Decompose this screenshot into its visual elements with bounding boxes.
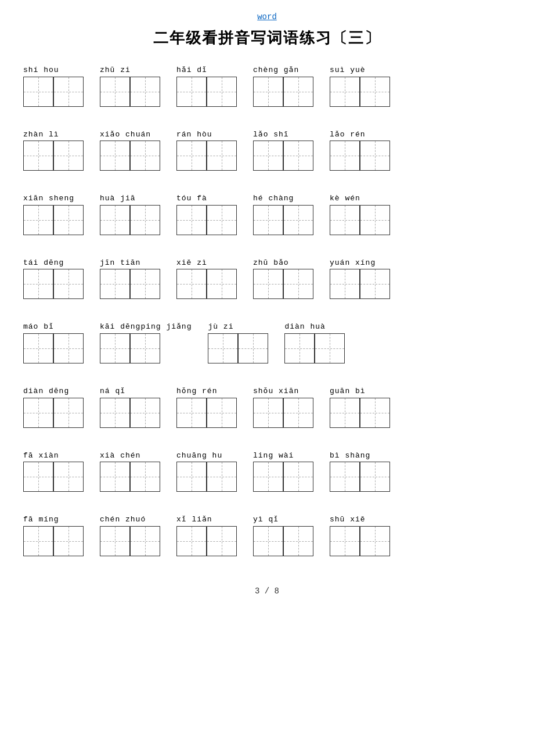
char-cell-0-4-0[interactable] (330, 77, 360, 107)
char-cell-6-1-1[interactable] (130, 462, 160, 492)
char-cell-3-4-0[interactable] (330, 269, 360, 299)
char-cell-1-3-0[interactable] (253, 141, 283, 171)
char-cell-4-0-1[interactable] (53, 333, 84, 363)
top-link[interactable]: word (23, 12, 511, 22)
word-unit-5-0: diàn dēng (23, 387, 84, 428)
pinyin-7-0: fā míng (23, 515, 59, 524)
char-cell-1-0-1[interactable] (53, 141, 84, 171)
char-cell-0-2-1[interactable] (207, 77, 237, 107)
char-cell-6-3-0[interactable] (253, 462, 283, 492)
char-cell-5-2-1[interactable] (207, 398, 237, 428)
char-cell-1-4-0[interactable] (330, 141, 360, 171)
char-cell-7-2-1[interactable] (207, 526, 237, 556)
char-cell-3-3-0[interactable] (253, 269, 283, 299)
char-cell-7-4-1[interactable] (360, 526, 390, 556)
word-unit-1-1: xiǎo chuán (100, 130, 160, 171)
pinyin-5-0: diàn dēng (23, 387, 69, 396)
char-cell-0-0-0[interactable] (23, 77, 53, 107)
char-cell-4-2-1[interactable] (238, 333, 268, 363)
char-cell-7-1-1[interactable] (130, 526, 160, 556)
char-cell-7-3-0[interactable] (253, 526, 283, 556)
char-cell-7-3-1[interactable] (283, 526, 313, 556)
char-cell-5-4-1[interactable] (360, 398, 390, 428)
char-cell-4-0-0[interactable] (23, 333, 53, 363)
char-cell-6-4-1[interactable] (360, 462, 390, 492)
char-grid-5-4 (330, 398, 390, 428)
char-cell-3-3-1[interactable] (283, 269, 313, 299)
char-cell-7-2-0[interactable] (176, 526, 207, 556)
char-cell-4-1-1[interactable] (130, 333, 160, 363)
char-grid-3-4 (330, 269, 390, 299)
char-cell-2-1-1[interactable] (130, 205, 160, 235)
char-cell-4-1-0[interactable] (100, 333, 130, 363)
char-cell-2-3-0[interactable] (253, 205, 283, 235)
char-cell-5-0-1[interactable] (53, 398, 84, 428)
char-cell-7-0-1[interactable] (53, 526, 84, 556)
char-cell-4-3-0[interactable] (284, 333, 315, 363)
char-cell-3-0-0[interactable] (23, 269, 53, 299)
char-cell-2-2-1[interactable] (207, 205, 237, 235)
word-unit-0-0: shí hou (23, 66, 84, 107)
char-cell-3-1-0[interactable] (100, 269, 130, 299)
char-cell-6-0-0[interactable] (23, 462, 53, 492)
char-cell-6-2-0[interactable] (176, 462, 207, 492)
char-cell-6-2-1[interactable] (207, 462, 237, 492)
char-cell-5-2-0[interactable] (176, 398, 207, 428)
char-cell-3-1-1[interactable] (130, 269, 160, 299)
word-unit-4-1: kāi dēngping jiǎng (100, 322, 192, 363)
char-cell-2-2-0[interactable] (176, 205, 207, 235)
pinyin-1-0: zhàn lì (23, 130, 59, 139)
char-cell-3-2-1[interactable] (207, 269, 237, 299)
char-cell-5-3-0[interactable] (253, 398, 283, 428)
char-cell-1-3-1[interactable] (283, 141, 313, 171)
char-cell-2-4-0[interactable] (330, 205, 360, 235)
char-cell-6-4-0[interactable] (330, 462, 360, 492)
pinyin-2-3: hé chàng (253, 194, 294, 203)
char-cell-2-1-0[interactable] (100, 205, 130, 235)
char-cell-0-3-1[interactable] (283, 77, 313, 107)
row-row8: fā míngchén zhuóxǐ liǎnyì qǐshū xiě (23, 515, 511, 556)
char-cell-0-4-1[interactable] (360, 77, 390, 107)
char-grid-7-3 (253, 526, 313, 556)
char-cell-1-2-0[interactable] (176, 141, 207, 171)
char-cell-6-0-1[interactable] (53, 462, 84, 492)
char-cell-3-4-1[interactable] (360, 269, 390, 299)
row-row5: máo bǐkāi dēngping jiǎngjù zidiàn huà (23, 322, 511, 363)
char-cell-0-3-0[interactable] (253, 77, 283, 107)
char-cell-6-3-1[interactable] (283, 462, 313, 492)
char-cell-0-2-0[interactable] (176, 77, 207, 107)
char-cell-1-1-0[interactable] (100, 141, 130, 171)
page-number: 3 / 8 (23, 586, 511, 596)
char-cell-2-0-0[interactable] (23, 205, 53, 235)
char-cell-1-0-0[interactable] (23, 141, 53, 171)
char-grid-2-3 (253, 205, 313, 235)
char-cell-7-4-0[interactable] (330, 526, 360, 556)
word-unit-6-3: ling wài (253, 451, 313, 492)
char-cell-1-4-1[interactable] (360, 141, 390, 171)
pinyin-0-4: suì yuè (330, 66, 366, 75)
char-cell-6-1-0[interactable] (100, 462, 130, 492)
char-cell-3-2-0[interactable] (176, 269, 207, 299)
char-cell-5-4-0[interactable] (330, 398, 360, 428)
char-cell-1-1-1[interactable] (130, 141, 160, 171)
char-cell-0-1-0[interactable] (100, 77, 130, 107)
char-cell-2-0-1[interactable] (53, 205, 84, 235)
char-cell-7-0-0[interactable] (23, 526, 53, 556)
pinyin-7-2: xǐ liǎn (176, 515, 212, 524)
char-cell-7-1-0[interactable] (100, 526, 130, 556)
char-cell-4-2-0[interactable] (208, 333, 238, 363)
char-cell-5-3-1[interactable] (283, 398, 313, 428)
char-grid-7-4 (330, 526, 390, 556)
char-cell-0-0-1[interactable] (53, 77, 84, 107)
char-cell-3-0-1[interactable] (53, 269, 84, 299)
char-cell-5-1-0[interactable] (100, 398, 130, 428)
char-cell-2-4-1[interactable] (360, 205, 390, 235)
char-cell-2-3-1[interactable] (283, 205, 313, 235)
word-link[interactable]: word (257, 12, 277, 21)
char-cell-5-0-0[interactable] (23, 398, 53, 428)
char-cell-5-1-1[interactable] (130, 398, 160, 428)
char-cell-0-1-1[interactable] (130, 77, 160, 107)
char-cell-1-2-1[interactable] (207, 141, 237, 171)
char-cell-4-3-1[interactable] (315, 333, 345, 363)
word-unit-0-3: chèng gǎn (253, 66, 313, 107)
